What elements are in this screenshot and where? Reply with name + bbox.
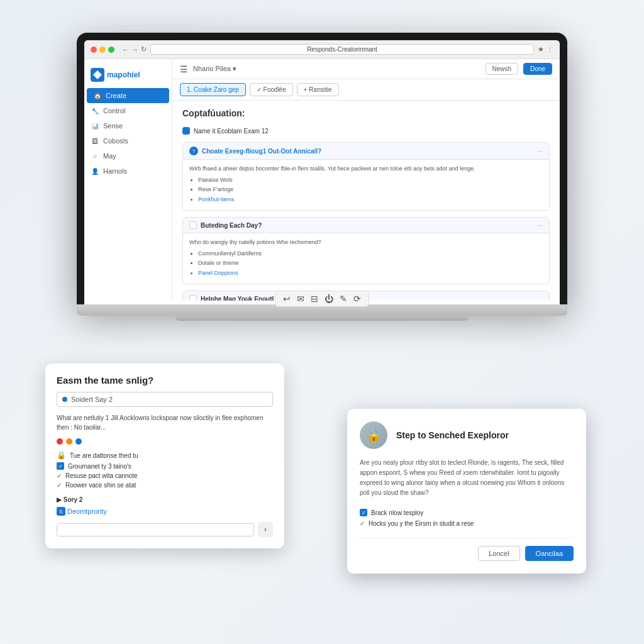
- cancel-button[interactable]: Loncel: [478, 546, 519, 561]
- q1-li-1: Paeaise Wols: [198, 176, 543, 185]
- check-item-2-label: Resuse pact wita cannote: [65, 472, 138, 479]
- check-item-2: ✓ Resuse pact wita cannote: [57, 471, 273, 480]
- explorer-check-1: ✓ Hocks you y the Eirsm in studit a rese: [360, 518, 574, 529]
- sidebar-item-may[interactable]: ○ May: [84, 148, 172, 164]
- sidebar-item-sense-label: Sense: [103, 122, 123, 130]
- explorer-check-0-label: Brack nlow tesploy: [371, 509, 423, 516]
- sense-icon: 📊: [91, 121, 99, 130]
- q2-title: Buteding Each Day?: [201, 222, 534, 229]
- q1-description: Wirb fhaed a aheer diqtos bocomter fble-…: [189, 165, 475, 172]
- explorer-check-mark-1: ✓: [360, 520, 365, 527]
- sidebar-item-create[interactable]: 🏠 Create: [87, 88, 169, 103]
- toolbar-back-icon[interactable]: ↩: [283, 294, 291, 304]
- q3-check: [189, 295, 197, 301]
- q1-menu[interactable]: ···: [538, 148, 543, 155]
- harnols-icon: 👤: [91, 167, 99, 175]
- demorphy-label: Deomtprority: [67, 508, 107, 515]
- explorer-title: Step to Senched Exeploror: [396, 430, 509, 440]
- may-icon: ○: [91, 152, 99, 160]
- app-layout: mapohiel 🏠 Create 🔧 Control 📊 Sens: [84, 59, 560, 301]
- explorer-panel: 🔒 Step to Senched Exeploror Are you neal…: [347, 409, 586, 574]
- q3-title: Helphe Mag Youk Enoutl Wovl?: [201, 296, 543, 301]
- tab-coake[interactable]: 1. Coake Zaro gep: [180, 83, 246, 96]
- toolbar-refresh-icon[interactable]: ⟳: [353, 294, 361, 304]
- lock-icon: 🔒: [57, 451, 66, 460]
- q1-icon: ?: [189, 147, 198, 155]
- name-field-row: Name it Ecobtam Exam 12: [182, 125, 550, 137]
- laptop-foot: [175, 316, 469, 321]
- home-icon: 🏠: [93, 91, 102, 100]
- explorer-header: 🔒 Step to Senched Exeploror: [360, 421, 574, 449]
- forward-button[interactable]: →: [131, 46, 138, 53]
- sidebar-item-harnols[interactable]: 👤 Harnols: [84, 164, 172, 179]
- tabs-bar: 1. Coake Zaro gep ✓ Foodlée + Ransitie: [172, 79, 560, 101]
- control-icon: 🔧: [91, 106, 99, 115]
- q2-li-1: Communlientyl Dartiferns: [198, 250, 543, 258]
- check-item-3: ✓ Roower vace shin se atat: [57, 480, 273, 490]
- sidebar-item-control[interactable]: 🔧 Control: [84, 103, 172, 118]
- logo-diamond: [93, 70, 102, 79]
- question-2-body: Who do wangiy thy natelly potions Whe re…: [183, 233, 549, 284]
- survey-panel: Easm the tame snlig? Soidert Say 2 What …: [45, 364, 284, 548]
- question-1: ? Choate Exeeg-flioug1 Out-Oot Annicall?…: [182, 142, 550, 211]
- sidebar: mapohiel 🏠 Create 🔧 Control 📊 Sens: [84, 59, 172, 301]
- survey-nav: ›: [57, 522, 273, 537]
- section-title: Coptafúuation:: [182, 108, 550, 118]
- url-bar[interactable]: Responds-Creatorinmant: [150, 44, 534, 55]
- q2-check: [189, 221, 197, 229]
- check-box-1[interactable]: ✓: [57, 462, 64, 470]
- bookmark-icon[interactable]: ★: [538, 45, 544, 53]
- sidebar-item-control-label: Control: [103, 107, 125, 114]
- q1-li-2: Rese F'artoge: [198, 186, 543, 194]
- toolbar-edit-icon[interactable]: ✎: [340, 294, 347, 304]
- dot-orange: [66, 438, 72, 445]
- toolbar-grid-icon[interactable]: ⊟: [311, 294, 318, 304]
- maximize-button-tl[interactable]: [108, 47, 114, 53]
- minimize-button-tl[interactable]: [99, 47, 106, 53]
- explorer-footer: Loncel Oancilaa: [360, 538, 574, 561]
- back-button[interactable]: ←: [122, 46, 129, 53]
- step-label: ▶ Sory 2: [57, 496, 273, 503]
- dot-red: [57, 438, 63, 445]
- refresh-button[interactable]: ↻: [141, 45, 147, 53]
- browser-actions: ★ ⋮: [538, 45, 553, 53]
- survey-input-text: Soidert Say 2: [71, 396, 113, 403]
- hamburger-icon[interactable]: ☰: [180, 64, 188, 74]
- toolbar-power-icon[interactable]: ⏻: [325, 294, 333, 304]
- browser-nav: ← → ↻: [122, 45, 147, 53]
- explorer-check-1-label: Hocks you y the Eirsm in studit a rese: [369, 520, 474, 527]
- demorphy-link[interactable]: S Deomtprority: [57, 507, 273, 516]
- sidebar-item-cobosls-label: Cobosls: [103, 137, 128, 145]
- new-button[interactable]: Newsh: [486, 63, 519, 75]
- question-2: Buteding Each Day? ··· Who do wangiy thy…: [182, 217, 550, 284]
- question-2-header: Buteding Each Day? ···: [183, 218, 549, 233]
- explorer-description: Are you nealy plour ritby slot to teclec…: [360, 458, 574, 498]
- screen-content: ← → ↻ Responds-Creatorinmant ★ ⋮: [84, 40, 560, 304]
- check-mark-2: ✓: [57, 472, 62, 479]
- traffic-lights: [91, 47, 114, 53]
- survey-dots: [57, 438, 273, 445]
- done-button[interactable]: Done: [523, 63, 552, 75]
- tab-ransitie[interactable]: + Ransitie: [297, 83, 339, 96]
- survey-input-row[interactable]: Soidert Say 2: [57, 392, 273, 407]
- toolbar-mail-icon[interactable]: ✉: [297, 294, 304, 304]
- question-1-header: ? Choate Exeeg-flioug1 Out-Oot Annicall?…: [183, 143, 549, 160]
- close-button-tl[interactable]: [91, 47, 97, 53]
- q2-li-2: Dotale or Itreme: [198, 259, 543, 268]
- q1-li-3: Ponkhut-items: [198, 196, 543, 204]
- sidebar-item-cobosls[interactable]: 🖼 Cobosls: [84, 133, 172, 148]
- check-item-1-label: Grournanet ty 3 taino's: [68, 463, 131, 470]
- laptop: ← → ↻ Responds-Creatorinmant ★ ⋮: [77, 33, 567, 321]
- q2-menu[interactable]: ···: [538, 222, 543, 229]
- lock-symbol: 🔒: [366, 428, 382, 443]
- survey-nav-arrow[interactable]: ›: [258, 522, 273, 537]
- confirm-button[interactable]: Oancilaa: [525, 546, 574, 561]
- sidebar-item-sense[interactable]: 📊 Sense: [84, 118, 172, 133]
- survey-description: What are netlutiy 1 Jill Aocklowns locks…: [57, 413, 273, 432]
- menu-icon[interactable]: ⋮: [547, 45, 553, 53]
- tab-foodlee[interactable]: ✓ Foodlée: [250, 83, 293, 96]
- explorer-check-box-0[interactable]: ✓: [360, 509, 367, 516]
- survey-nav-input[interactable]: [57, 523, 254, 536]
- main-content: ☰ Nhario Pilea ▾ Newsh Done 1. Coake Zar…: [172, 59, 560, 301]
- sidebar-item-harnols-label: Harnols: [103, 167, 127, 175]
